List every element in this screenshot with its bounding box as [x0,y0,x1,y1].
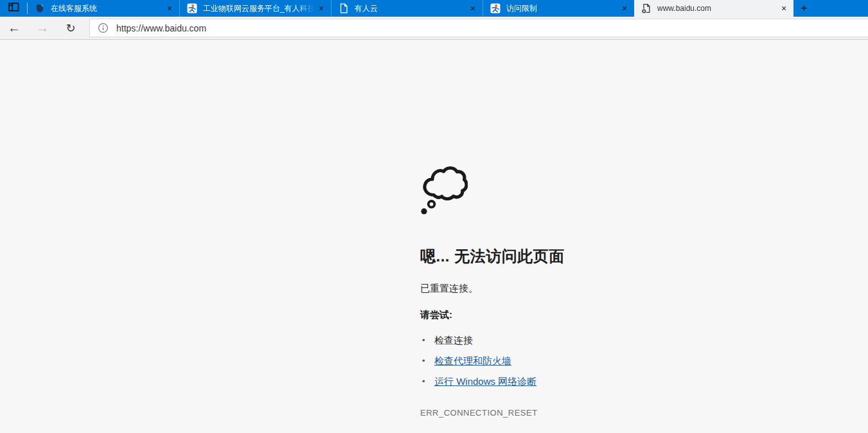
tab-title: 在线客服系统 [51,0,164,17]
error-content: 嗯... 无法访问此页面 已重置连接。 请尝试: 检查连接 检查代理和防火墙 运… [420,164,793,433]
suggestion-run-diagnostics: 运行 Windows 网络诊断 [420,371,793,392]
suggestion-check-connection: 检查连接 [420,330,793,351]
navigation-bar: ← → ↻ https://www.baidu.com [0,17,868,40]
error-code: ERR_CONNECTION_RESET [420,408,793,418]
tab-iot-platform[interactable]: 工业物联网云服务平台_有人科技 × [179,0,331,17]
tab-close-icon[interactable]: × [315,3,327,14]
error-message: 已重置连接。 [420,283,793,295]
network-diagnostics-link[interactable]: 运行 Windows 网络诊断 [434,376,536,387]
tab-title: www.baidu.com [657,0,778,17]
usr-person-icon [490,3,500,13]
refresh-button[interactable]: ↻ [57,17,85,40]
error-title: 嗯... 无法访问此页面 [420,246,793,267]
forward-button[interactable]: → [28,17,57,40]
tab-close-icon[interactable]: × [778,3,790,14]
tab-bar: 在线客服系统 × 工业物联网云服务平台_有人科技 × [0,0,868,17]
tab-baidu-active[interactable]: www.baidu.com × [634,0,793,17]
tab-title: 访问限制 [506,0,619,17]
usr-logo-icon [35,3,45,13]
tab-close-icon[interactable]: × [467,3,479,14]
tab-access-restricted[interactable]: 访问限制 × [483,0,634,17]
tab-usr-cloud[interactable]: 有人云 × [331,0,483,17]
suggestion-list: 检查连接 检查代理和防火墙 运行 Windows 网络诊断 [420,330,793,392]
tab-title: 工业物联网云服务平台_有人科技 [203,0,315,17]
tab-close-icon[interactable]: × [619,3,630,14]
url-text[interactable]: https://www.baidu.com [116,23,206,33]
forward-icon: → [36,21,49,35]
back-button[interactable]: ← [0,17,28,40]
blank-page-icon [339,3,349,13]
new-tab-button[interactable]: + [793,0,815,17]
tab-preview-icon [8,3,19,14]
tab-title: 有人云 [355,0,467,17]
thought-cloud-icon [420,164,793,218]
error-page: 嗯... 无法访问此页面 已重置连接。 请尝试: 检查连接 检查代理和防火墙 运… [0,40,868,432]
plus-icon: + [801,3,808,14]
tab-online-service[interactable]: 在线客服系统 × [28,0,179,17]
suggestion-heading: 请尝试: [420,309,793,321]
refresh-icon: ↻ [66,21,75,35]
proxy-firewall-link[interactable]: 检查代理和防火墙 [434,355,511,366]
tab-close-icon[interactable]: × [164,3,175,14]
back-icon: ← [8,21,21,35]
tab-preview-button[interactable] [0,0,27,17]
suggestion-label: 检查连接 [434,335,473,346]
suggestion-check-proxy: 检查代理和防火墙 [420,351,793,371]
usr-person-icon [187,3,197,13]
address-bar[interactable]: https://www.baidu.com [89,19,868,37]
tabbar-filler [815,0,868,17]
error-page-icon [641,3,651,13]
site-info-icon[interactable] [98,22,109,33]
